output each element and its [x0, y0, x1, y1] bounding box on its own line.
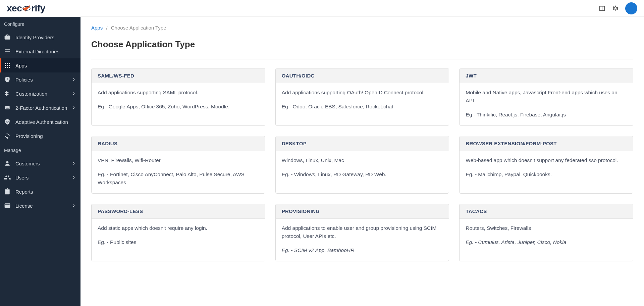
- sidebar-item-label: Adaptive Authentication: [15, 119, 76, 125]
- sidebar: ConfigureIdentity ProvidersExternal Dire…: [0, 17, 80, 306]
- people-icon: [4, 174, 11, 181]
- card-example: Eg - Thinkific, React.js, Firebase, Angu…: [466, 111, 627, 119]
- app-type-card-tacacs[interactable]: TACACSRouters, Switches, FirewallsEg. - …: [459, 204, 633, 261]
- card-description: Add applications supporting OAuth/ OpenI…: [282, 89, 443, 97]
- sidebar-item-label: Customers: [15, 161, 71, 166]
- card-title: PROVISIONING: [276, 204, 449, 219]
- sidebar-item-users[interactable]: Users: [0, 170, 80, 185]
- briefcase-icon: [4, 34, 11, 41]
- card-example: Eg. - Public sites: [98, 238, 259, 246]
- card-example: Eg. - Cumulus, Arista, Juniper, Cisco, N…: [466, 238, 627, 246]
- app-type-card-password-less[interactable]: PASSWORD-LESSAdd static apps which doesn…: [91, 204, 265, 261]
- sidebar-item-adaptive-authentication[interactable]: Adaptive Authentication: [0, 115, 80, 129]
- shield-icon: [4, 76, 11, 83]
- card-description: Windows, Linux, Unix, Mac: [282, 156, 443, 164]
- sidebar-item-label: Reports: [15, 189, 76, 195]
- sidebar-item-label: Provisioning: [15, 133, 76, 139]
- sidebar-item-label: Users: [15, 175, 71, 181]
- logo-check-icon: [22, 4, 31, 12]
- card-description: Add applications supporting SAML protoco…: [98, 89, 259, 97]
- card-title: DESKTOP: [276, 136, 449, 151]
- card-example: Eg - Odoo, Oracle EBS, Salesforce, Rocke…: [282, 103, 443, 111]
- sidebar-item-label: Policies: [15, 77, 71, 83]
- card-body: Add applications supporting OAuth/ OpenI…: [276, 83, 449, 117]
- sidebar-item-customers[interactable]: Customers: [0, 156, 80, 170]
- card-description: Mobile and Native apps, Javascript Front…: [466, 89, 627, 105]
- chevron-right-icon: [71, 175, 76, 180]
- sidebar-item-policies[interactable]: Policies: [0, 72, 80, 87]
- docs-icon[interactable]: [598, 5, 606, 12]
- sidebar-item-provisioning[interactable]: Provisioning: [0, 129, 80, 143]
- chevron-right-icon: [71, 203, 76, 208]
- logo-text-pre: xec: [7, 3, 22, 14]
- sync-icon: [4, 133, 11, 139]
- card-description: VPN, Firewalls, Wifi-Router: [98, 156, 259, 164]
- sidebar-item-identity-providers[interactable]: Identity Providers: [0, 30, 80, 44]
- sidebar-item-label: Customization: [15, 91, 71, 97]
- breadcrumb: Apps / Choose Application Type: [91, 17, 633, 35]
- logo-text-post: rify: [31, 3, 45, 14]
- card-description: Web-based app which doesn't support any …: [466, 156, 627, 164]
- card-body: Mobile and Native apps, Javascript Front…: [460, 83, 633, 125]
- sidebar-item-customization[interactable]: Customization: [0, 87, 80, 101]
- card-title: RADIUS: [92, 136, 265, 151]
- card-example: Eg. - Windows, Linux, RD Gateway, RD Web…: [282, 170, 443, 178]
- card-title: TACACS: [460, 204, 633, 219]
- chevron-right-icon: [71, 161, 76, 166]
- sidebar-item-label: Apps: [15, 63, 76, 68]
- breadcrumb-separator: /: [106, 25, 107, 31]
- card-title: SAML/WS-FED: [92, 68, 265, 83]
- card-title: PASSWORD-LESS: [92, 204, 265, 219]
- puzzle-icon: [4, 90, 11, 97]
- card-example: Eg. - Fortinet, Cisco AnyConnect, Palo A…: [98, 170, 259, 187]
- breadcrumb-link-apps[interactable]: Apps: [91, 25, 103, 31]
- sidebar-item-label: License: [15, 203, 71, 209]
- card-title: JWT: [460, 68, 633, 83]
- card-description: Add applications to enable user and grou…: [282, 224, 443, 240]
- logo[interactable]: xec rify: [7, 3, 45, 14]
- app-type-card-oauth-oidc[interactable]: OAUTH/OIDCAdd applications supporting OA…: [275, 68, 449, 126]
- app-type-card-saml-ws-fed[interactable]: SAML/WS-FEDAdd applications supporting S…: [91, 68, 265, 126]
- app-type-card-desktop[interactable]: DESKTOPWindows, Linux, Unix, MacEg. - Wi…: [275, 136, 449, 194]
- avatar[interactable]: [625, 2, 637, 14]
- person-icon: [4, 160, 11, 167]
- divider: [91, 59, 633, 59]
- sidebar-item-label: External Directories: [15, 49, 76, 54]
- card-example: Eg - Google Apps, Office 365, Zoho, Word…: [98, 103, 259, 111]
- card-grid: SAML/WS-FEDAdd applications supporting S…: [91, 68, 633, 261]
- app-type-card-browser-extension-form-post[interactable]: BROWSER EXTENSION/FORM-POSTWeb-based app…: [459, 136, 633, 194]
- main-content: Apps / Choose Application Type Choose Ap…: [80, 17, 644, 306]
- chevron-right-icon: [71, 91, 76, 96]
- clipboard-icon: [4, 188, 11, 195]
- card-body: Add applications to enable user and grou…: [276, 219, 449, 261]
- svg-text:123: 123: [5, 107, 9, 109]
- card-example: Eg. - SCIM v2 App, BambooHR: [282, 246, 443, 254]
- app-type-card-provisioning[interactable]: PROVISIONINGAdd applications to enable u…: [275, 204, 449, 261]
- card-description: Add static apps which doesn't require an…: [98, 224, 259, 232]
- card-title: BROWSER EXTENSION/FORM-POST: [460, 136, 633, 151]
- page-title: Choose Application Type: [91, 39, 633, 50]
- sidebar-item-2-factor-authentication[interactable]: 1232-Factor Authentication: [0, 101, 80, 115]
- chevron-right-icon: [71, 77, 76, 82]
- card-icon: [4, 202, 11, 209]
- card-body: Windows, Linux, Unix, MacEg. - Windows, …: [276, 151, 449, 185]
- list-icon: [4, 48, 11, 55]
- pin-icon: 123: [4, 104, 11, 111]
- sidebar-item-external-directories[interactable]: External Directories: [0, 44, 80, 58]
- sidebar-item-reports[interactable]: Reports: [0, 185, 80, 199]
- sidebar-heading: Configure: [0, 17, 80, 30]
- card-description: Routers, Switches, Firewalls: [466, 224, 627, 232]
- card-body: VPN, Firewalls, Wifi-RouterEg. - Fortine…: [92, 151, 265, 193]
- card-body: Add applications supporting SAML protoco…: [92, 83, 265, 117]
- card-example: Eg. - Mailchimp, Paypal, Quickbooks.: [466, 170, 627, 178]
- app-type-card-jwt[interactable]: JWTMobile and Native apps, Javascript Fr…: [459, 68, 633, 126]
- card-body: Web-based app which doesn't support any …: [460, 151, 633, 185]
- verified-icon: [4, 118, 11, 125]
- gear-icon[interactable]: [612, 5, 619, 12]
- sidebar-item-apps[interactable]: Apps: [0, 58, 80, 72]
- header-actions: [598, 2, 637, 14]
- sidebar-item-label: 2-Factor Authentication: [15, 105, 71, 111]
- sidebar-heading: Manage: [0, 143, 80, 156]
- sidebar-item-license[interactable]: License: [0, 199, 80, 213]
- app-type-card-radius[interactable]: RADIUSVPN, Firewalls, Wifi-RouterEg. - F…: [91, 136, 265, 194]
